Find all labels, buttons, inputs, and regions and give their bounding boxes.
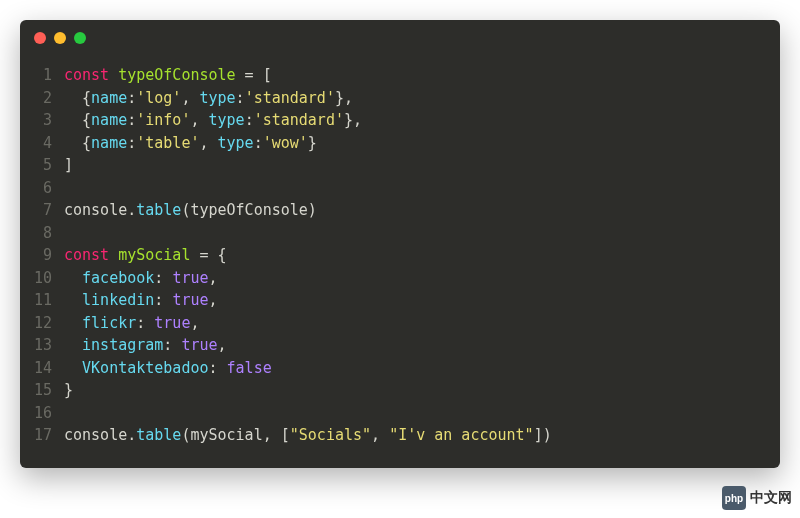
token-bool: true [154,314,190,332]
token-punct: : [127,134,136,152]
token-punct: ]) [534,426,552,444]
token-method: table [136,426,181,444]
code-content: VKontaktebadoo: false [64,357,272,380]
watermark-text: 中文网 [750,489,792,507]
token-punct: , [371,426,389,444]
code-content: instagram: true, [64,334,227,357]
code-content: console.table(mySocial, ["Socials", "I'v… [64,424,552,447]
code-line: 10 facebook: true, [20,267,780,290]
code-line: 15} [20,379,780,402]
token-str: 'info' [136,111,190,129]
token-prop: type [209,111,245,129]
token-punct: }, [335,89,353,107]
token-prop: VKontaktebadoo [82,359,208,377]
token-punct: : [209,359,227,377]
code-content: const typeOfConsole = [ [64,64,272,87]
token-var: mySocial [118,246,190,264]
line-number: 17 [20,424,64,447]
token-punct: : [236,89,245,107]
code-editor-window: 1const typeOfConsole = [2 {name:'log', t… [20,20,780,468]
line-number: 3 [20,109,64,132]
code-content: flickr: true, [64,312,199,335]
token-str: 'standard' [254,111,344,129]
token-punct: = { [190,246,226,264]
token-prop: name [91,111,127,129]
code-line: 9const mySocial = { [20,244,780,267]
token-kw: const [64,246,118,264]
code-content: } [64,379,73,402]
token-punct: : [254,134,263,152]
token-obj: console [64,201,127,219]
line-number: 6 [20,177,64,200]
token-punct: . [127,201,136,219]
line-number: 2 [20,87,64,110]
code-line: 1const typeOfConsole = [ [20,64,780,87]
line-number: 10 [20,267,64,290]
token-punct: }, [344,111,362,129]
token-punct [64,314,82,332]
token-str: "Socials" [290,426,371,444]
code-line: 11 linkedin: true, [20,289,780,312]
token-punct: } [64,381,73,399]
code-line: 6 [20,177,780,200]
code-line: 13 instagram: true, [20,334,780,357]
code-line: 16 [20,402,780,425]
code-line: 7console.table(typeOfConsole) [20,199,780,222]
code-content: {name:'info', type:'standard'}, [64,109,362,132]
code-line: 5] [20,154,780,177]
token-str: 'log' [136,89,181,107]
token-kw: const [64,66,118,84]
code-line: 4 {name:'table', type:'wow'} [20,132,780,155]
token-punct: : [154,291,172,309]
token-method: table [136,201,181,219]
code-line: 12 flickr: true, [20,312,780,335]
token-prop: type [199,89,235,107]
token-prop: name [91,134,127,152]
line-number: 5 [20,154,64,177]
code-content: ] [64,154,73,177]
token-punct [64,269,82,287]
code-line: 2 {name:'log', type:'standard'}, [20,87,780,110]
line-number: 15 [20,379,64,402]
code-content: linkedin: true, [64,289,218,312]
token-punct: = [ [236,66,272,84]
line-number: 11 [20,289,64,312]
token-punct: { [64,134,91,152]
line-number: 1 [20,64,64,87]
token-punct [64,359,82,377]
token-prop: facebook [82,269,154,287]
code-line: 8 [20,222,780,245]
line-number: 12 [20,312,64,335]
code-line: 14 VKontaktebadoo: false [20,357,780,380]
token-punct: : [136,314,154,332]
token-bool: false [227,359,272,377]
token-punct: : [245,111,254,129]
code-line: 3 {name:'info', type:'standard'}, [20,109,780,132]
token-str: 'standard' [245,89,335,107]
token-prop: linkedin [82,291,154,309]
token-prop: flickr [82,314,136,332]
close-icon[interactable] [34,32,46,44]
token-punct: , [181,89,199,107]
token-punct: : [154,269,172,287]
minimize-icon[interactable] [54,32,66,44]
maximize-icon[interactable] [74,32,86,44]
token-punct: , [209,269,218,287]
code-area: 1const typeOfConsole = [2 {name:'log', t… [20,56,780,467]
token-bool: true [181,336,217,354]
line-number: 8 [20,222,64,245]
token-punct: , [209,291,218,309]
token-punct: : [163,336,181,354]
token-punct: , [218,336,227,354]
token-str: "I'v an account" [389,426,534,444]
token-bool: true [172,269,208,287]
php-logo-icon: php [722,486,746,510]
token-punct [64,336,82,354]
code-content: {name:'table', type:'wow'} [64,132,317,155]
line-number: 16 [20,402,64,425]
code-content: console.table(typeOfConsole) [64,199,317,222]
code-content: facebook: true, [64,267,218,290]
token-obj: console [64,426,127,444]
token-str: 'wow' [263,134,308,152]
token-var: typeOfConsole [118,66,235,84]
